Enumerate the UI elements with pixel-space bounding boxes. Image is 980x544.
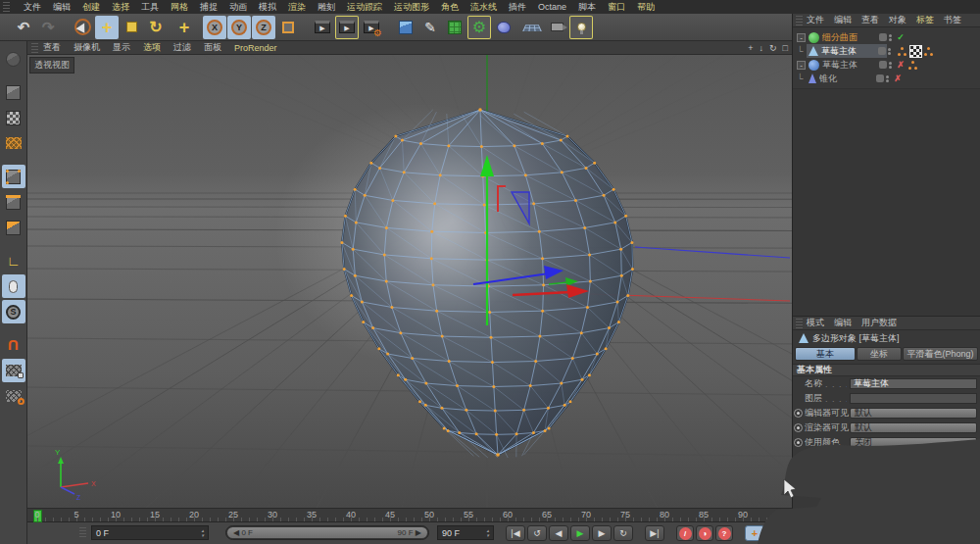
layer-toggle[interactable] [879, 61, 887, 69]
object-row-subdivision-surface[interactable]: - 细分曲面 ✓ [793, 30, 980, 44]
undo-button[interactable]: ↶ [12, 16, 35, 39]
viewport-menu-item[interactable]: 摄像机 [74, 41, 100, 54]
lock-y-axis-button[interactable]: Y [227, 16, 251, 39]
disabled-cross-icon[interactable]: ✗ [893, 74, 903, 83]
uv-mode-button[interactable] [2, 131, 25, 155]
viewport-rotate-icon[interactable]: ↻ [769, 43, 777, 53]
menubar-item[interactable]: 模拟 [259, 1, 276, 14]
viewport-pan-icon[interactable]: + [748, 43, 753, 53]
play-button[interactable]: ▶ [570, 525, 590, 541]
use-color-dropdown[interactable]: 关闭 [850, 437, 977, 448]
light-button[interactable] [569, 16, 593, 39]
viewport-solo-button[interactable] [2, 274, 25, 298]
object-row-strawberry-body-sphere[interactable]: - 草莓主体 ✗ [793, 58, 980, 72]
record-keyframe-button[interactable]: / [676, 525, 694, 541]
subdivision-surface-button[interactable] [443, 16, 466, 39]
current-frame-field[interactable]: 0 F ▴▾ [91, 525, 209, 540]
enable-axis-button[interactable]: ∟ [2, 249, 25, 272]
scale-tool-button[interactable] [120, 16, 143, 39]
next-frame-button[interactable]: ▶ [592, 525, 612, 541]
menubar-item[interactable]: 网格 [171, 1, 188, 14]
attribute-menu-item[interactable]: 用户数据 [861, 317, 897, 329]
menubar-item[interactable]: 捕捉 [200, 1, 218, 14]
view-label[interactable]: 透视视图 [29, 57, 74, 74]
menubar-item[interactable]: 创建 [82, 1, 100, 14]
visibility-dots[interactable] [888, 48, 891, 55]
object-name[interactable]: 锥化 [819, 73, 870, 85]
menubar-item[interactable]: 运动图形 [394, 1, 429, 14]
quantize-button[interactable]: U [2, 333, 25, 357]
menubar-item[interactable]: Octane [538, 2, 566, 12]
menubar-item[interactable]: 帮助 [637, 1, 655, 14]
generators-button[interactable]: ⚙ [467, 16, 491, 39]
render-visibility-dropdown[interactable]: 默认 [850, 422, 977, 433]
add-cube-button[interactable] [394, 16, 417, 39]
attribute-menu-item[interactable]: 模式 [807, 317, 824, 329]
object-row-strawberry-body-polygon[interactable]: └ 草莓主体 [793, 44, 980, 58]
material-tag-icon[interactable] [924, 47, 933, 56]
menubar-item[interactable]: 角色 [441, 1, 459, 14]
menubar-item[interactable]: 窗口 [608, 1, 625, 14]
disabled-cross-icon[interactable]: ✗ [896, 60, 906, 70]
rotate-tool-button[interactable]: ↻ [144, 16, 168, 39]
spline-pen-button[interactable]: ✎ [418, 16, 442, 39]
menubar-item[interactable]: 雕刻 [318, 1, 335, 14]
model-mode-button[interactable] [2, 80, 25, 104]
preview-range-fill[interactable]: ◀ 0 F 90 F ▶ [227, 527, 427, 538]
spinner-icon[interactable]: ▴▾ [486, 528, 489, 537]
keyframe-selection-button[interactable]: ? [715, 525, 733, 541]
object-name[interactable]: 草莓主体 [821, 45, 872, 58]
visibility-dots[interactable] [886, 75, 889, 82]
timeline-ruler[interactable]: 051015202530354045505560657075808590 [27, 508, 792, 522]
viewport-menu-item[interactable]: 查看 [43, 41, 61, 54]
spinner-icon[interactable]: ▴▾ [201, 528, 204, 537]
object-manager-menu-item[interactable]: 书签 [944, 14, 961, 26]
radio-icon[interactable] [794, 438, 803, 447]
end-frame-field[interactable]: 90 F ▴▾ [437, 525, 494, 540]
viewport-menu-item[interactable]: 选项 [143, 41, 161, 54]
snap-button[interactable]: S [2, 300, 25, 323]
object-name[interactable]: 细分曲面 [822, 31, 873, 44]
visibility-dots[interactable] [889, 34, 892, 41]
prev-frame-button[interactable]: ◀ [549, 525, 568, 541]
move-tool-button[interactable]: + [95, 16, 119, 39]
object-manager-menu-item[interactable]: 标签 [916, 14, 934, 26]
lock-z-axis-button[interactable]: Z [252, 16, 275, 39]
points-mode-button[interactable] [2, 165, 25, 188]
layer-toggle[interactable] [879, 33, 887, 41]
keyframe-scale-toggle[interactable] [766, 525, 786, 541]
tab-phong[interactable]: 平滑着色(Phong) [903, 347, 978, 361]
object-row-taper[interactable]: └ 锥化 ✗ [793, 72, 980, 85]
keyframe-position-toggle[interactable]: + [745, 525, 764, 541]
menubar-item[interactable]: 动画 [229, 1, 247, 14]
polygons-mode-button[interactable] [2, 216, 25, 239]
edges-mode-button[interactable] [2, 190, 25, 214]
menubar-item[interactable]: 选择 [112, 1, 129, 14]
enabled-check-icon[interactable]: ✓ [896, 32, 906, 42]
last-tool-button[interactable]: + [172, 16, 196, 39]
viewport-menu-item[interactable]: 显示 [113, 41, 130, 54]
coordinate-system-button[interactable] [276, 16, 300, 39]
make-editable-button[interactable] [2, 47, 25, 71]
render-view-button[interactable]: ▶ [311, 16, 334, 39]
autokey-button[interactable]: ◑ [696, 525, 713, 541]
redo-button[interactable]: ↷ [36, 16, 60, 39]
object-manager-menu-item[interactable]: 对象 [889, 14, 906, 26]
workplane-mode-button[interactable] [2, 384, 25, 408]
next-key-button[interactable]: ↻ [613, 525, 633, 541]
object-manager-menu-item[interactable]: 查看 [861, 14, 879, 26]
texture-tag-icon-selected[interactable] [910, 46, 921, 57]
render-picture-viewer-button[interactable]: ▶ [335, 16, 359, 39]
layer-field[interactable] [850, 393, 977, 404]
deformers-button[interactable] [492, 16, 515, 39]
editor-visibility-dropdown[interactable]: 默认 [850, 408, 977, 419]
object-name[interactable]: 草莓主体 [822, 59, 873, 72]
menubar-item[interactable]: 渲染 [288, 1, 306, 14]
layer-toggle[interactable] [876, 74, 884, 82]
viewport-menu-item[interactable]: 过滤 [173, 41, 191, 54]
collapse-icon[interactable]: - [797, 33, 806, 42]
menubar-item[interactable]: 脚本 [578, 1, 596, 14]
menubar-item[interactable]: 流水线 [470, 1, 497, 14]
visibility-dots[interactable] [889, 62, 892, 69]
goto-end-button[interactable]: ▶| [645, 525, 664, 541]
